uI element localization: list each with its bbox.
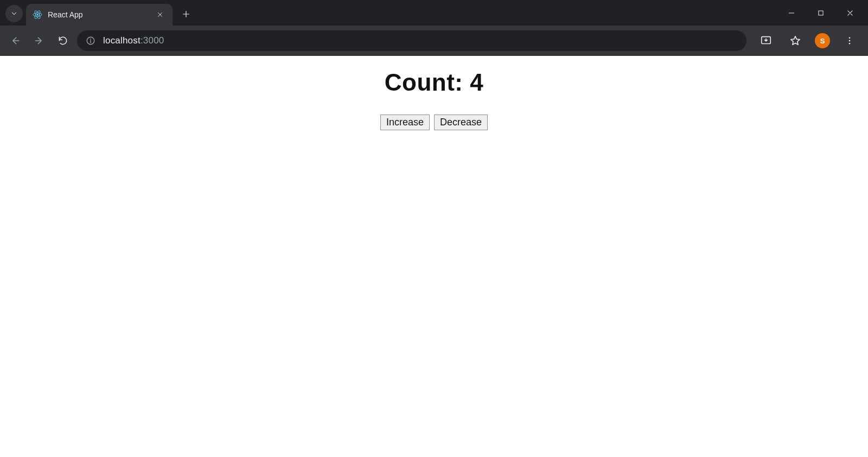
avatar-letter: S [820, 37, 825, 45]
button-row: Increase Decrease [0, 115, 868, 130]
toolbar-right: S [756, 31, 859, 50]
reload-button[interactable] [53, 31, 73, 50]
site-info-button[interactable] [85, 35, 97, 47]
tab-close-button[interactable] [155, 10, 165, 20]
window-controls [784, 0, 865, 26]
tab-strip: React App [0, 0, 868, 26]
svg-point-0 [36, 14, 38, 15]
decrease-button[interactable]: Decrease [434, 115, 488, 130]
increase-button[interactable]: Increase [380, 115, 430, 130]
maximize-icon [817, 9, 825, 17]
arrow-left-icon [10, 35, 21, 46]
react-icon [33, 10, 42, 20]
star-icon [789, 35, 801, 47]
page-content: Count: 4 Increase Decrease [0, 56, 868, 130]
close-icon [157, 11, 163, 18]
profile-avatar[interactable]: S [815, 33, 830, 48]
page-viewport: Count: 4 Increase Decrease [0, 56, 868, 457]
url-rest: :3000 [141, 35, 164, 46]
browser-tab[interactable]: React App [26, 4, 173, 26]
browser-chrome: React App [0, 0, 868, 56]
tab-search-button[interactable] [5, 5, 23, 22]
url-text: localhost:3000 [103, 35, 164, 46]
minimize-icon [788, 9, 795, 17]
install-icon [760, 35, 772, 47]
chevron-down-icon [10, 10, 18, 17]
forward-button[interactable] [29, 31, 49, 50]
svg-rect-4 [819, 10, 823, 15]
window-minimize-button[interactable] [784, 6, 799, 20]
svg-point-6 [90, 39, 91, 40]
browser-toolbar: localhost:3000 S [0, 26, 868, 56]
svg-point-9 [849, 40, 851, 42]
svg-point-10 [849, 43, 851, 45]
address-bar[interactable]: localhost:3000 [77, 30, 746, 51]
info-icon [86, 36, 95, 46]
tab-title: React App [48, 10, 150, 19]
window-maximize-button[interactable] [814, 6, 828, 20]
back-button[interactable] [5, 31, 25, 50]
new-tab-button[interactable] [178, 6, 194, 22]
reload-icon [58, 35, 68, 46]
browser-menu-button[interactable] [840, 31, 859, 50]
close-icon [846, 9, 854, 17]
kebab-icon [845, 36, 854, 46]
plus-icon [182, 10, 190, 18]
url-host: localhost [103, 35, 141, 46]
window-close-button[interactable] [843, 6, 857, 20]
svg-point-8 [849, 37, 851, 39]
count-heading: Count: 4 [0, 69, 868, 96]
bookmark-button[interactable] [786, 31, 805, 50]
install-app-button[interactable] [756, 31, 776, 50]
arrow-right-icon [34, 35, 44, 46]
